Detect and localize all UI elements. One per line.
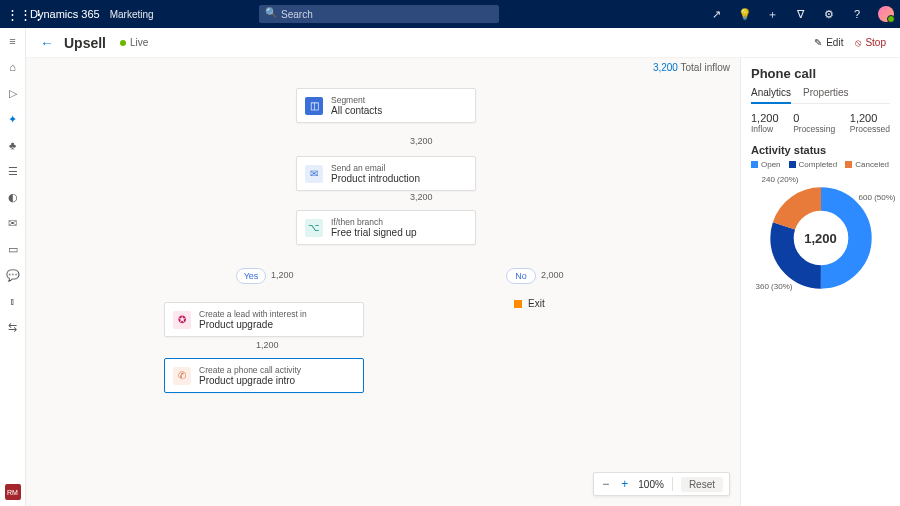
filter-icon[interactable]: ∇ (794, 7, 808, 21)
total-inflow: 3,200 Total inflow (653, 62, 730, 73)
node-segment[interactable]: ◫ Segment All contacts (296, 88, 476, 123)
stop-button[interactable]: ⦸ Stop (855, 37, 886, 49)
legend-completed: Completed (799, 160, 838, 169)
add-icon[interactable]: ＋ (766, 7, 780, 21)
node-type: If/then branch (331, 217, 417, 227)
lead-icon: ✪ (173, 311, 191, 329)
tab-properties[interactable]: Properties (803, 87, 849, 103)
page-header: ← Upsell Live ✎ Edit ⦸ Stop (26, 28, 900, 58)
swatch-canceled (845, 161, 852, 168)
branch-icon: ⌥ (305, 219, 323, 237)
node-branch[interactable]: ⌥ If/then branch Free trial signed up (296, 210, 476, 245)
zoom-out-button[interactable]: − (600, 477, 611, 491)
stop-label: Stop (865, 37, 886, 48)
app-title: Dynamics 365 (30, 8, 100, 20)
stat-label: Processing (793, 124, 835, 134)
edit-label: Edit (826, 37, 843, 48)
search-icon: 🔍 (265, 7, 277, 18)
node-label: Free trial signed up (331, 227, 417, 238)
topbar-actions: ↗ 💡 ＋ ∇ ⚙ ? (710, 6, 894, 22)
legend-open: Open (761, 160, 781, 169)
stat-processed: 1,200 Processed (850, 112, 890, 134)
zoom-toolbar: − + 100% Reset (593, 472, 730, 496)
stat-label: Processed (850, 124, 890, 134)
node-phone-call[interactable]: ✆ Create a phone call activity Product u… (164, 358, 364, 393)
analytics-icon[interactable]: ⫾ (6, 294, 20, 308)
node-label: All contacts (331, 105, 382, 116)
inflow-label: Total inflow (681, 62, 730, 73)
back-button[interactable]: ← (40, 35, 54, 51)
node-type: Create a phone call activity (199, 365, 301, 375)
node-label: Product upgrade intro (199, 375, 301, 386)
activity-status-title: Activity status (751, 144, 890, 156)
node-type: Segment (331, 95, 382, 105)
form-icon[interactable]: ▭ (6, 242, 20, 256)
module-title: Marketing (110, 9, 154, 20)
donut-label-open: 600 (50%) (859, 193, 896, 202)
details-panel: Phone call Analytics Properties 1,200 In… (740, 58, 900, 506)
donut-label-completed: 360 (30%) (756, 282, 793, 291)
phone-icon: ✆ (173, 367, 191, 385)
journey-icon[interactable]: ✦ (6, 112, 20, 126)
search-wrap: 🔍 (259, 5, 499, 23)
search-input[interactable] (259, 5, 499, 23)
zoom-in-button[interactable]: + (619, 477, 630, 491)
connectors (26, 58, 326, 208)
edit-button[interactable]: ✎ Edit (814, 37, 843, 48)
mail-icon[interactable]: ✉ (6, 216, 20, 230)
legend-canceled: Canceled (855, 160, 889, 169)
stat-value: 1,200 (850, 112, 890, 124)
settings-icon[interactable]: ⚙ (822, 7, 836, 21)
stats-row: 1,200 Inflow 0 Processing 1,200 Processe… (751, 112, 890, 134)
node-lead[interactable]: ✪ Create a lead with interest in Product… (164, 302, 364, 337)
lightbulb-icon[interactable]: 💡 (738, 7, 752, 21)
node-type: Create a lead with interest in (199, 309, 307, 319)
zoom-reset-button[interactable]: Reset (681, 477, 723, 492)
status-label: Live (130, 37, 148, 48)
node-email[interactable]: ✉ Send an email Product introduction (296, 156, 476, 191)
chart-legend: Open Completed Canceled (751, 160, 890, 169)
node-label: Product upgrade (199, 319, 307, 330)
play-icon[interactable]: ▷ (6, 86, 20, 100)
persona-badge[interactable]: RM (5, 484, 21, 500)
home-icon[interactable]: ⌂ (6, 60, 20, 74)
share-icon[interactable]: ↗ (710, 7, 724, 21)
pencil-icon: ✎ (814, 37, 822, 48)
separator (672, 477, 673, 491)
edge-label: 1,200 (256, 340, 279, 350)
exit-label: Exit (528, 298, 545, 309)
swatch-completed (789, 161, 796, 168)
inflow-value: 3,200 (653, 62, 678, 73)
stat-value: 1,200 (751, 112, 779, 124)
node-label: Product introduction (331, 173, 420, 184)
list-icon[interactable]: ☰ (6, 164, 20, 178)
journey-canvas[interactable]: 3,200 Total inflow ◫ Segment All contact… (26, 58, 740, 506)
stop-icon: ⦸ (855, 37, 861, 49)
yes-count: 1,200 (271, 270, 294, 280)
segment-icon[interactable]: ♣ (6, 138, 20, 152)
panel-title: Phone call (751, 66, 890, 81)
node-type: Send an email (331, 163, 420, 173)
help-icon[interactable]: ? (850, 7, 864, 21)
stat-label: Inflow (751, 124, 779, 134)
donut-center: 1,200 (804, 231, 837, 246)
edge-label: 3,200 (410, 192, 433, 202)
panel-tabs: Analytics Properties (751, 87, 890, 104)
app-launcher-icon[interactable]: ⋮⋮⋮ (6, 7, 26, 22)
stat-inflow: 1,200 Inflow (751, 112, 779, 134)
menu-icon[interactable]: ≡ (6, 34, 20, 48)
user-avatar[interactable] (878, 6, 894, 22)
event-icon[interactable]: ◐ (6, 190, 20, 204)
donut-chart: 1,200 240 (20%) 600 (50%) 360 (30%) (756, 173, 886, 303)
exit-node[interactable]: Exit (514, 298, 545, 309)
more-icon[interactable]: ⇆ (6, 320, 20, 334)
chat-icon[interactable]: 💬 (6, 268, 20, 282)
stat-value: 0 (793, 112, 835, 124)
branch-no-pill: No (506, 268, 536, 284)
global-top-bar: ⋮⋮⋮ Dynamics 365 Marketing 🔍 ↗ 💡 ＋ ∇ ⚙ ? (0, 0, 900, 28)
page-title: Upsell (64, 35, 106, 51)
zoom-level: 100% (638, 479, 664, 490)
email-icon: ✉ (305, 165, 323, 183)
tab-analytics[interactable]: Analytics (751, 87, 791, 104)
branch-yes-pill: Yes (236, 268, 266, 284)
